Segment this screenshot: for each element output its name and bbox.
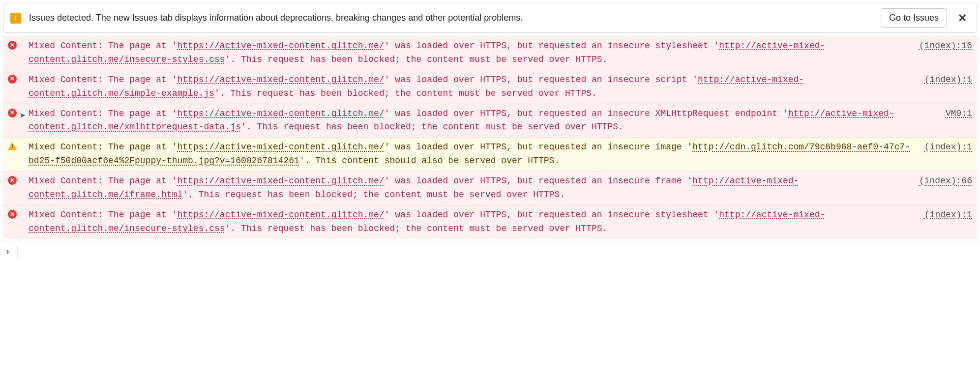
url-link[interactable]: https://active-mixed-content.glitch.me/ xyxy=(177,176,384,186)
console-message: Mixed Content: The page at 'https://acti… xyxy=(29,73,924,101)
error-icon: ✕ xyxy=(8,208,21,219)
error-icon: ✕ xyxy=(8,39,21,50)
source-link[interactable]: (index):66 xyxy=(919,174,972,188)
source-link[interactable]: (index):1 xyxy=(924,73,972,87)
url-link[interactable]: http://active-mixed-content.glitch.me/si… xyxy=(29,75,804,98)
console-row: ✕Mixed Content: The page at 'https://act… xyxy=(3,70,977,104)
console-row: ✕Mixed Content: The page at 'https://act… xyxy=(3,171,977,205)
source-link[interactable]: (index):16 xyxy=(919,39,972,53)
go-to-issues-button[interactable]: Go to Issues xyxy=(881,8,947,28)
url-link[interactable]: https://active-mixed-content.glitch.me/ xyxy=(177,41,384,51)
expand-toggle xyxy=(21,141,29,144)
expand-toggle xyxy=(21,73,29,77)
issues-alert-icon: ! xyxy=(10,13,21,24)
url-link[interactable]: http://active-mixed-content.glitch.me/in… xyxy=(29,41,825,64)
url-link[interactable]: http://active-mixed-content.glitch.me/xm… xyxy=(29,109,894,132)
expand-toggle xyxy=(21,208,29,212)
console-row: ✕Mixed Content: The page at 'https://act… xyxy=(3,36,977,70)
url-link[interactable]: https://active-mixed-content.glitch.me/ xyxy=(177,109,384,118)
issues-close-button[interactable]: ✕ xyxy=(955,12,970,25)
console-log-list: ✕Mixed Content: The page at 'https://act… xyxy=(3,36,977,239)
console-row: ✕▶Mixed Content: The page at 'https://ac… xyxy=(3,104,977,138)
console-input[interactable] xyxy=(18,246,975,257)
url-link[interactable]: https://active-mixed-content.glitch.me/ xyxy=(177,75,384,85)
url-link[interactable]: http://cdn.glitch.com/79c6b968-aef0-47c7… xyxy=(29,142,910,166)
console-message: Mixed Content: The page at 'https://acti… xyxy=(29,141,924,168)
source-link[interactable]: VM9:1 xyxy=(946,107,972,121)
url-link[interactable]: http://active-mixed-content.glitch.me/in… xyxy=(29,210,825,233)
url-link[interactable]: https://active-mixed-content.glitch.me/ xyxy=(177,142,384,152)
console-message: Mixed Content: The page at 'https://acti… xyxy=(29,39,919,67)
issues-banner-text: Issues detected. The new Issues tab disp… xyxy=(29,13,873,23)
console-message: Mixed Content: The page at 'https://acti… xyxy=(29,107,946,135)
url-link[interactable]: http://active-mixed-content.glitch.me/if… xyxy=(29,176,799,200)
source-link[interactable]: (index):1 xyxy=(924,141,972,154)
console-row: !Mixed Content: The page at 'https://act… xyxy=(3,137,977,171)
expand-toggle xyxy=(21,174,29,178)
warning-icon: ! xyxy=(8,141,21,150)
error-icon: ✕ xyxy=(8,73,21,84)
prompt-chevron-icon: › xyxy=(5,247,18,257)
url-link[interactable]: https://active-mixed-content.glitch.me/ xyxy=(177,210,384,220)
console-message: Mixed Content: The page at 'https://acti… xyxy=(29,174,919,202)
expand-toggle[interactable]: ▶ xyxy=(21,107,29,120)
console-row: ✕Mixed Content: The page at 'https://act… xyxy=(3,205,977,239)
expand-toggle xyxy=(21,39,29,43)
error-icon: ✕ xyxy=(8,107,21,117)
console-message: Mixed Content: The page at 'https://acti… xyxy=(29,208,924,236)
console-prompt-row: › xyxy=(0,242,980,261)
error-icon: ✕ xyxy=(8,174,21,185)
issues-banner: ! Issues detected. The new Issues tab di… xyxy=(3,3,977,33)
source-link[interactable]: (index):1 xyxy=(924,208,972,222)
